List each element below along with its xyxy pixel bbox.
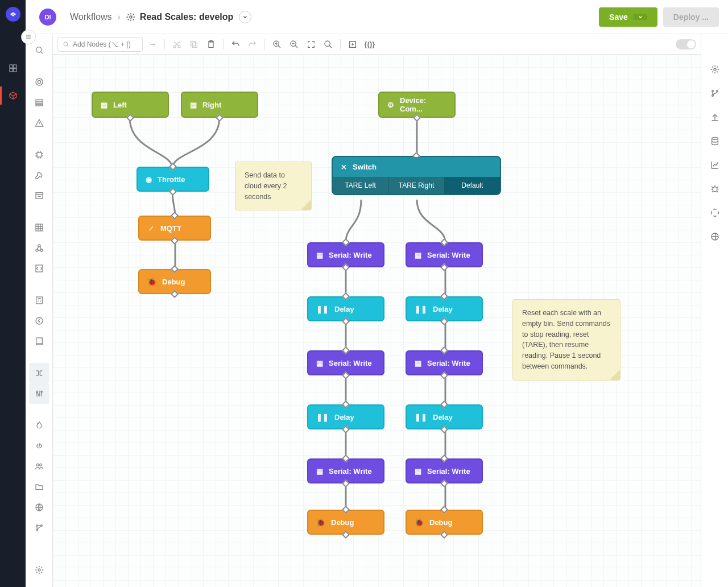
node-throttle[interactable]: ◉Throttle	[136, 167, 209, 192]
palette-webhook-icon[interactable]	[29, 238, 49, 258]
palette-book-icon[interactable]	[29, 331, 49, 352]
pause-icon: ❚❚	[316, 305, 329, 313]
rr-upload-icon[interactable]	[708, 110, 722, 124]
serial-icon: ▦	[415, 467, 421, 476]
palette-layers-icon[interactable]	[29, 92, 49, 113]
paste-icon[interactable]	[204, 37, 218, 52]
node-serial-write[interactable]: ▦Serial: Write	[307, 350, 384, 375]
cut-icon	[169, 37, 184, 52]
node-debug[interactable]: 🐞Debug	[406, 510, 483, 535]
switch-icon: ⤬	[341, 163, 347, 171]
node-delay[interactable]: ❚❚Delay	[307, 404, 384, 429]
add-note-icon[interactable]	[345, 37, 360, 52]
copy-icon	[187, 37, 201, 52]
serial-icon: ▦	[415, 359, 421, 367]
node-delay[interactable]: ❚❚Delay	[406, 404, 483, 429]
zoom-in-icon[interactable]	[270, 37, 284, 52]
sticky-note[interactable]: Send data to cloud every 2 seconds	[235, 162, 312, 210]
node-right[interactable]: ▦Right	[181, 92, 258, 118]
node-left[interactable]: ▦Left	[92, 92, 169, 118]
breadcrumb-root[interactable]: Workflows	[70, 12, 112, 22]
switch-case-tare-left[interactable]: TARE Left	[333, 177, 388, 194]
palette-form-icon[interactable]	[29, 185, 49, 206]
palette-bolt-icon[interactable]	[29, 311, 49, 331]
user-avatar[interactable]: DI	[39, 9, 56, 26]
svg-point-25	[39, 464, 42, 466]
palette-script-icon[interactable]	[29, 436, 49, 456]
svg-rect-11	[37, 152, 42, 157]
node-serial-write[interactable]: ▦Serial: Write	[406, 350, 483, 375]
nav-workflows-icon[interactable]	[6, 89, 20, 102]
breadcrumb-separator: ›	[118, 12, 121, 22]
palette-flame-icon[interactable]	[29, 415, 49, 436]
goto-icon[interactable]: →	[145, 37, 160, 52]
svg-point-31	[64, 42, 68, 46]
zoom-out-icon[interactable]	[287, 37, 301, 52]
code-braces-icon[interactable]: {()}	[362, 37, 377, 52]
node-serial-write[interactable]: ▦Serial: Write	[406, 458, 483, 483]
node-mqtt[interactable]: ⟋MQTT	[138, 216, 211, 241]
rr-settings-icon[interactable]	[708, 63, 722, 76]
palette-grid-icon[interactable]	[29, 217, 49, 238]
palette-target-icon[interactable]	[29, 72, 49, 92]
zoom-fit-icon[interactable]	[304, 37, 318, 52]
rr-chart-icon[interactable]	[708, 158, 722, 172]
palette-warning-icon[interactable]	[29, 113, 49, 133]
workflow-canvas[interactable]: ▦Left ▦Right ⚙Device: Com... ◉Throttle ⟋…	[53, 55, 701, 587]
sticky-note[interactable]: Reset each scale with an empty bin. Send…	[512, 299, 621, 381]
palette-flow-icon[interactable]	[29, 363, 49, 383]
svg-point-4	[130, 16, 132, 18]
switch-case-default[interactable]: Default	[445, 177, 500, 194]
node-serial-write[interactable]: ▦Serial: Write	[406, 242, 483, 267]
rr-database-icon[interactable]	[708, 134, 722, 148]
rr-bug-icon[interactable]	[708, 182, 722, 196]
svg-point-27	[36, 525, 38, 527]
svg-rect-0	[10, 65, 13, 68]
node-serial-write[interactable]: ▦Serial: Write	[307, 242, 384, 267]
save-dropdown-icon[interactable]	[634, 14, 647, 20]
palette-folder-icon[interactable]	[29, 477, 49, 497]
switch-case-tare-right[interactable]: TARE Right	[388, 177, 444, 194]
page-title: Read Scales: develop	[126, 12, 234, 22]
node-switch[interactable]: ⤬Switch TARE Left TARE Right Default	[332, 156, 501, 195]
node-debug[interactable]: 🐞Debug	[138, 269, 211, 294]
serial-icon: ▦	[316, 467, 323, 476]
node-device-command[interactable]: ⚙Device: Com...	[378, 92, 456, 118]
svg-rect-12	[36, 193, 43, 199]
palette-wrench-icon[interactable]	[29, 165, 49, 185]
node-delay[interactable]: ❚❚Delay	[307, 296, 384, 321]
palette-branch-icon[interactable]	[29, 518, 49, 538]
serial-icon: ▦	[316, 251, 323, 259]
live-toggle[interactable]	[676, 39, 696, 49]
node-delay[interactable]: ❚❚Delay	[406, 296, 483, 321]
palette-code-icon[interactable]	[29, 258, 49, 279]
rr-branch-icon[interactable]	[708, 86, 722, 100]
palette-users-icon[interactable]	[29, 456, 49, 477]
rr-expand-icon[interactable]	[708, 206, 722, 220]
search-icon	[63, 41, 69, 48]
palette-globe-icon[interactable]	[29, 497, 49, 518]
add-nodes-search[interactable]: Add Nodes (⌥ + [)	[57, 37, 143, 52]
rr-globe-icon[interactable]	[708, 230, 722, 243]
svg-rect-10	[36, 104, 43, 106]
svg-rect-8	[36, 100, 43, 101]
undo-icon[interactable]	[228, 37, 243, 52]
version-dropdown[interactable]	[239, 11, 251, 23]
svg-point-24	[36, 464, 39, 466]
palette-sliders-icon[interactable]	[29, 383, 49, 404]
palette-calc-icon[interactable]	[29, 290, 49, 311]
svg-rect-1	[13, 65, 16, 68]
zoom-search-icon[interactable]	[321, 37, 336, 52]
svg-point-43	[712, 90, 713, 92]
nav-dashboard-icon[interactable]	[6, 61, 20, 75]
palette-chip-icon[interactable]	[29, 144, 49, 165]
pause-icon: ❚❚	[316, 413, 329, 421]
bug-icon: 🐞	[147, 278, 156, 286]
node-debug[interactable]: 🐞Debug	[307, 510, 384, 535]
node-serial-write[interactable]: ▦Serial: Write	[307, 458, 384, 483]
menu-toggle[interactable]	[21, 30, 36, 44]
mqtt-icon: ⟋	[147, 224, 155, 233]
app-logo[interactable]	[6, 7, 20, 22]
palette-settings-icon[interactable]	[29, 560, 49, 580]
save-button[interactable]: Save	[599, 7, 657, 27]
